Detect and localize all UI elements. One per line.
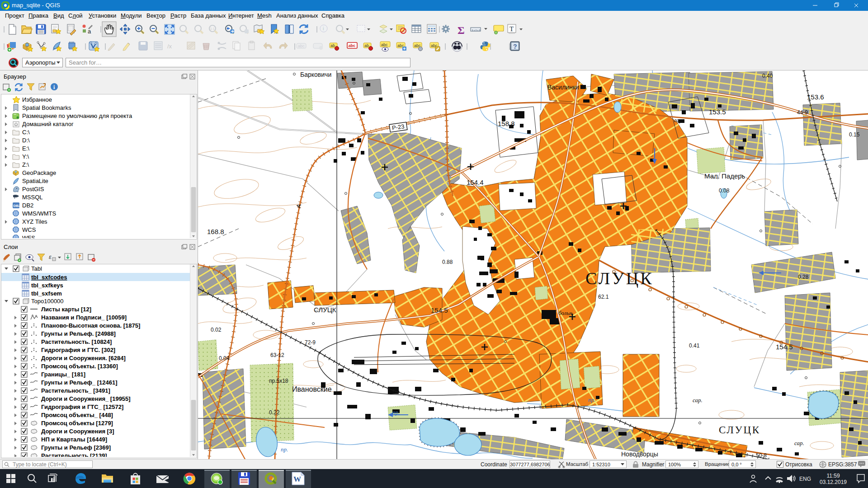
svg-text:D:\: D:\ <box>22 137 30 144</box>
svg-text:XYZ Tiles: XYZ Tiles <box>22 218 47 225</box>
svg-text:пр.: пр. <box>588 396 595 403</box>
svg-text:гар.: гар. <box>674 117 684 123</box>
svg-text:abc: abc <box>381 42 388 47</box>
svg-text:44-9: 44-9 <box>797 109 808 116</box>
svg-text:Tabl: Tabl <box>31 265 42 272</box>
svg-text:Барковичи: Барковичи <box>300 71 331 78</box>
svg-text:Названия и Подписи_ [10059]: Названия и Подписи_ [10059] <box>41 314 127 321</box>
svg-text:Размещение по умолчанию для пр: Размещение по умолчанию для проекта <box>22 113 132 119</box>
svg-text:СЛУЦК: СЛУЦК <box>314 306 336 314</box>
svg-text:MSSQL: MSSQL <box>22 194 43 201</box>
svg-text:Границы_ [181]: Границы_ [181] <box>41 371 85 378</box>
svg-text:Дороги и Сооружения. [6284]: Дороги и Сооружения. [6284] <box>41 355 126 361</box>
svg-text:0.22: 0.22 <box>269 409 280 416</box>
svg-text:0.08: 0.08 <box>719 188 730 194</box>
svg-text:ENG: ENG <box>799 476 811 482</box>
svg-text:abc: abc <box>298 44 305 48</box>
svg-text:Растительность. [10824]: Растительность. [10824] <box>41 338 112 345</box>
svg-text:158.8: 158.8 <box>498 120 515 127</box>
svg-text:ab: ab <box>364 43 369 48</box>
svg-text:154.5: 154.5 <box>431 306 448 314</box>
svg-text:0.28: 0.28 <box>798 274 809 280</box>
svg-text:DB2: DB2 <box>22 202 33 209</box>
svg-text:tbl_sxfkeys: tbl_sxfkeys <box>31 282 63 289</box>
svg-text:Гидрография и ГТС_ [12572]: Гидрография и ГТС_ [12572] <box>41 404 123 410</box>
svg-text:WMS/WMTS: WMS/WMTS <box>22 210 56 217</box>
svg-text:Промсоц объекты. [13360]: Промсоц объекты. [13360] <box>41 363 118 370</box>
svg-text:Σ: Σ <box>458 24 465 36</box>
svg-text:T: T <box>509 25 514 33</box>
svg-text:0.02: 0.02 <box>211 327 222 333</box>
svg-text:153.5: 153.5 <box>709 108 726 116</box>
svg-text:Дороги и Сооружения [3]: Дороги и Сооружения [3] <box>41 428 114 435</box>
svg-text:W: W <box>293 475 301 483</box>
svg-text:0.41: 0.41 <box>689 343 700 349</box>
svg-text:154.5: 154.5 <box>776 343 793 351</box>
svg-text:Грунты и Рельеф_ [12461]: Грунты и Рельеф_ [12461] <box>41 379 118 386</box>
svg-text:tbl_sxfcodes: tbl_sxfcodes <box>31 274 67 281</box>
svg-text:SpatiaLite: SpatiaLite <box>22 178 48 184</box>
svg-text:пр.: пр. <box>392 409 400 416</box>
svg-text:Topo100000: Topo100000 <box>31 298 64 305</box>
svg-text:сар.: сар. <box>693 397 703 404</box>
svg-text:63-12: 63-12 <box>270 352 284 358</box>
svg-text:GeoPackage: GeoPackage <box>22 169 56 176</box>
svg-text:ε: ε <box>49 253 52 260</box>
svg-text:153.6: 153.6 <box>807 93 824 101</box>
svg-text:a: a <box>88 28 91 35</box>
svg-text:Василинки: Василинки <box>547 84 579 91</box>
svg-text:i: i <box>323 26 324 31</box>
svg-text:Дороги и Сооружения_ [19955]: Дороги и Сооружения_ [19955] <box>41 395 131 402</box>
svg-text:Ивановские: Ивановские <box>292 385 332 393</box>
svg-text:PostGIS: PostGIS <box>22 186 44 192</box>
svg-text:abc: abc <box>349 43 356 48</box>
svg-text:Растительность_ [3491]: Растительность_ [3491] <box>41 387 110 394</box>
svg-text:Гидрография и ГТС. [302]: Гидрография и ГТС. [302] <box>41 347 115 353</box>
svg-text:Планово-Высотная основа. [1875: Планово-Высотная основа. [1875] <box>41 322 140 329</box>
svg-text:пр.: пр. <box>281 446 288 453</box>
svg-text:WFS: WFS <box>22 235 35 238</box>
svg-text:168.8: 168.8 <box>207 228 224 235</box>
svg-text:сар.: сар. <box>794 440 804 446</box>
svg-text:Новодворцы: Новодворцы <box>621 450 658 458</box>
svg-text:11:59: 11:59 <box>826 473 840 479</box>
svg-text:E:\: E:\ <box>22 145 29 152</box>
svg-text:0.15: 0.15 <box>849 131 860 138</box>
svg-text:Промсоц объекты_ [448]: Промсоц объекты_ [448] <box>41 412 113 418</box>
svg-text:Промсоц объекты [1279]: Промсоц объекты [1279] <box>41 420 113 427</box>
svg-text:DB2: DB2 <box>14 204 21 208</box>
svg-text:Z:\: Z:\ <box>22 161 29 168</box>
svg-text:0.88: 0.88 <box>442 259 453 265</box>
svg-text:Spatial Bookmarks: Spatial Bookmarks <box>22 104 71 111</box>
svg-text:Грунты и Рельеф. [24988]: Грунты и Рельеф. [24988] <box>41 330 116 337</box>
svg-text:ab: ab <box>330 43 335 48</box>
svg-text:пр.5x18: пр.5x18 <box>269 378 288 384</box>
svg-text:Грунты и Рельеф [2369]: Грунты и Рельеф [2369] <box>41 444 111 451</box>
svg-text:Избранное: Избранное <box>22 96 52 103</box>
svg-text:0.04: 0.04 <box>219 355 230 361</box>
svg-text:?: ? <box>513 43 517 50</box>
svg-text:Мал. Падерь: Мал. Падерь <box>704 172 745 180</box>
svg-text:50-8: 50-8 <box>756 452 767 459</box>
svg-text:Y:\: Y:\ <box>22 153 29 160</box>
svg-text:СЛУЦК: СЛУЦК <box>585 269 654 288</box>
svg-text:62.1: 62.1 <box>598 294 609 300</box>
svg-text:Растительность [2139]: Растительность [2139] <box>41 452 107 457</box>
svg-text:154.4: 154.4 <box>467 178 484 186</box>
svg-text:03.12.2019: 03.12.2019 <box>820 479 847 485</box>
svg-text:СЛУЦК: СЛУЦК <box>719 424 760 436</box>
svg-text:C:\: C:\ <box>22 129 30 136</box>
svg-text:0.40: 0.40 <box>762 73 773 79</box>
svg-text:/x: /x <box>167 43 172 50</box>
svg-text:WCS: WCS <box>22 226 36 233</box>
svg-text:Листы карты [12]: Листы карты [12] <box>41 306 91 313</box>
svg-text:Домашний каталог: Домашний каталог <box>22 121 74 127</box>
svg-text:tbl_sxfsem: tbl_sxfsem <box>31 290 62 297</box>
svg-text:НП и Кварталы [16449]: НП и Кварталы [16449] <box>41 436 107 443</box>
svg-text:больн.: больн. <box>558 310 574 316</box>
svg-text:1:1: 1:1 <box>210 27 215 30</box>
svg-text:72-9: 72-9 <box>305 339 316 346</box>
